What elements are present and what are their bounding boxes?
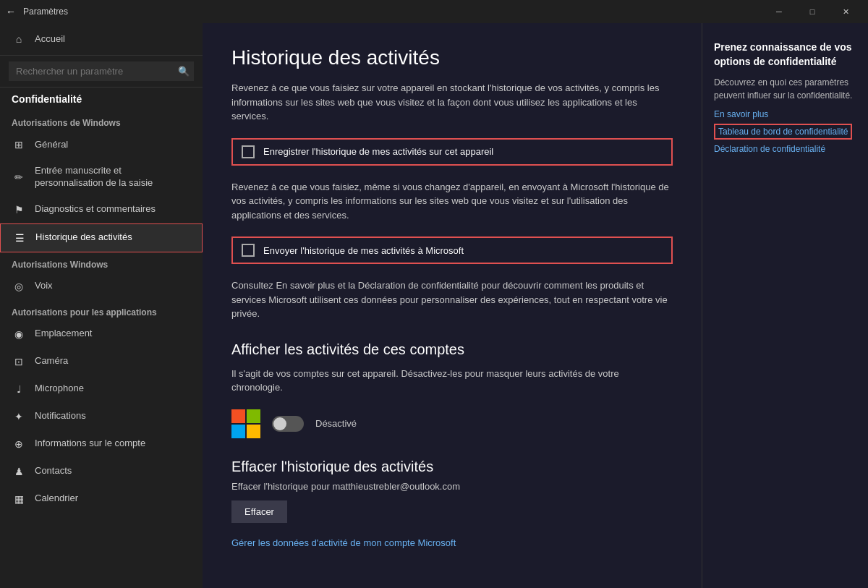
effacer-button[interactable]: Effacer	[231, 500, 287, 523]
emplacement-label: Emplacement	[35, 328, 92, 340]
contacts-label: Contacts	[35, 465, 72, 477]
search-container: 🔍	[9, 61, 194, 81]
general-label: Général	[35, 139, 68, 151]
account-toggle-switch[interactable]	[272, 416, 304, 432]
description-1: Revenez à ce que vous faisiez sur votre …	[231, 81, 673, 124]
home-icon: ⌂	[12, 32, 26, 46]
ms-square-blue	[231, 425, 245, 438]
right-panel-link-ensavoir[interactable]: En savoir plus	[714, 109, 856, 119]
description-3: Consultez En savoir plus et la Déclarati…	[231, 278, 673, 321]
voix-label: Voix	[35, 280, 53, 292]
diagnostics-label: Diagnostics et commentaires	[35, 203, 156, 216]
checkbox-1[interactable]	[242, 145, 255, 158]
right-panel-title: Prenez connaissance de vos options de co…	[714, 41, 856, 69]
page-title: Historique des activités	[231, 46, 673, 69]
section-comptes-desc: Il s'agit de vos comptes sur cet apparei…	[231, 367, 673, 395]
camera-icon: ⊡	[12, 354, 26, 369]
toggle-status-label: Désactivé	[315, 418, 357, 429]
window-controls: ─ □ ✕	[762, 0, 862, 23]
toggle-knob	[273, 417, 286, 430]
account-toggle-row: Désactivé	[231, 409, 673, 438]
checkbox-2[interactable]	[242, 244, 255, 257]
calendrier-icon: ▦	[12, 492, 26, 506]
right-panel-link-declaration[interactable]: Déclaration de confidentialité	[714, 144, 856, 154]
sidebar-item-camera[interactable]: ⊡ Caméra	[0, 348, 203, 375]
checkbox-1-label: Enregistrer l'historique de mes activité…	[263, 146, 493, 157]
sidebar-item-general[interactable]: ⊞ Général	[0, 131, 203, 158]
effacer-title: Effacer l'historique des activités	[231, 459, 673, 475]
section-autorisations-apps: Autorisations pour les applications	[0, 300, 203, 320]
emplacement-icon: ◉	[12, 327, 26, 341]
app-container: ⌂ Accueil 🔍 Confidentialité Autorisation…	[0, 23, 868, 588]
sidebar-item-diagnostics[interactable]: ⚑ Diagnostics et commentaires	[0, 196, 203, 223]
sidebar-item-voix[interactable]: ◎ Voix	[0, 273, 203, 300]
sidebar-item-entree[interactable]: ✏ Entrée manuscrite et personnalisation …	[0, 158, 203, 196]
window-title: Paramètres	[23, 7, 762, 17]
informations-label: Informations sur le compte	[35, 438, 145, 450]
sidebar-item-microphone[interactable]: ♩ Microphone	[0, 375, 203, 403]
description-2: Revenez à ce que vous faisiez, même si v…	[231, 180, 673, 223]
confidentialite-heading: Confidentialité	[0, 88, 203, 111]
effacer-desc: Effacer l'historique pour matthieustrebl…	[231, 481, 673, 492]
sidebar-item-informations[interactable]: ⊕ Informations sur le compte	[0, 430, 203, 458]
historique-icon: ☰	[12, 231, 27, 245]
main-content: Historique des activités Revenez à ce qu…	[203, 23, 702, 588]
ms-square-red	[231, 409, 245, 423]
section-comptes-title: Afficher les activités de ces comptes	[231, 341, 673, 358]
search-icon[interactable]: 🔍	[178, 66, 190, 77]
back-button[interactable]: ←	[6, 6, 16, 17]
microphone-label: Microphone	[35, 383, 84, 395]
historique-label: Historique des activités	[35, 231, 132, 244]
calendrier-label: Calendrier	[35, 493, 78, 505]
sidebar-item-notifications[interactable]: ✦ Notifications	[0, 403, 203, 430]
informations-icon: ⊕	[12, 437, 26, 451]
notifications-label: Notifications	[35, 410, 86, 422]
ms-square-yellow	[247, 425, 260, 438]
contacts-icon: ♟	[12, 464, 26, 479]
checkbox-2-label: Envoyer l'historique de mes activités à …	[263, 245, 464, 256]
voix-icon: ◎	[12, 279, 26, 294]
microphone-icon: ♩	[12, 382, 26, 396]
minimize-button[interactable]: ─	[762, 0, 796, 23]
search-input[interactable]	[9, 61, 178, 81]
right-panel-desc: Découvrez en quoi ces paramètres peuvent…	[714, 76, 856, 102]
checkbox-option-2[interactable]: Envoyer l'historique de mes activités à …	[231, 237, 673, 264]
sidebar: ⌂ Accueil 🔍 Confidentialité Autorisation…	[0, 23, 203, 588]
sidebar-item-contacts[interactable]: ♟ Contacts	[0, 458, 203, 485]
right-panel: Prenez connaissance de vos options de co…	[702, 23, 868, 588]
search-area: 🔍	[0, 56, 203, 88]
notifications-icon: ✦	[12, 409, 26, 424]
sidebar-item-historique[interactable]: ☰ Historique des activités	[0, 223, 203, 252]
checkbox-option-1[interactable]: Enregistrer l'historique de mes activité…	[231, 138, 673, 166]
title-bar: ← Paramètres ─ □ ✕	[0, 0, 868, 23]
close-button[interactable]: ✕	[829, 0, 862, 23]
accueil-label: Accueil	[35, 33, 65, 46]
ms-square-green	[247, 409, 260, 423]
section-autorisations-windows: Autorisations de Windows	[0, 111, 203, 131]
section-autorisations-windows2: Autorisations Windows	[0, 252, 203, 273]
microsoft-logo	[231, 409, 260, 438]
sidebar-item-calendrier[interactable]: ▦ Calendrier	[0, 485, 203, 513]
camera-label: Caméra	[35, 355, 68, 367]
entree-icon: ✏	[12, 170, 26, 184]
diagnostics-icon: ⚑	[12, 203, 26, 217]
maximize-button[interactable]: □	[796, 0, 829, 23]
right-panel-link-tableau[interactable]: Tableau de bord de confidentialité	[714, 124, 852, 140]
sidebar-item-emplacement[interactable]: ◉ Emplacement	[0, 320, 203, 348]
gerer-link[interactable]: Gérer les données d'activité de mon comp…	[231, 537, 673, 548]
sidebar-item-accueil[interactable]: ⌂ Accueil	[0, 23, 203, 56]
general-icon: ⊞	[12, 137, 26, 152]
entree-label: Entrée manuscrite et personnalisation de…	[35, 165, 191, 189]
